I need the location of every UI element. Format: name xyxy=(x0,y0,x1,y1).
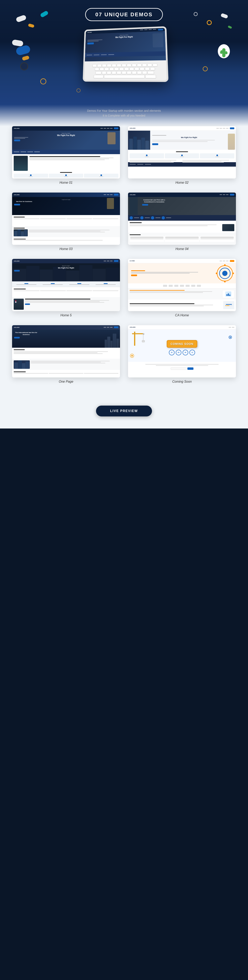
deco-shape-1 xyxy=(16,14,27,23)
demo-label-home03: Home 03 xyxy=(12,247,120,251)
tablet-screen: JUSLAWS Need Any Help? We Fight For Righ… xyxy=(85,28,166,62)
live-preview-button[interactable]: LIVE PREVIEW xyxy=(96,406,152,417)
demo-preview-comingsoon[interactable]: JUSLAWS xyxy=(128,325,236,377)
demo-item-home04[interactable]: JUSLAWS Commercial Law Firm wi xyxy=(128,192,236,251)
cactus-deco xyxy=(218,44,230,58)
deco-shape-4 xyxy=(12,39,24,47)
tagline-section: Demos For Your Startup with morden secti… xyxy=(0,105,248,126)
deco-shape-2 xyxy=(28,23,35,28)
demo-item-onepage[interactable]: JUSLAWS xyxy=(12,325,120,383)
demo-label-home02: Home 02 xyxy=(128,181,236,185)
deco-ring-1 xyxy=(207,20,212,25)
demo-label-onepage: One Page xyxy=(12,380,120,383)
demo-label-home01: Home 01 xyxy=(12,181,120,185)
demo-preview-cahome[interactable]: CA FIRM xyxy=(128,259,236,311)
demo-preview-home05[interactable]: JUSLAWS xyxy=(12,259,120,311)
tablet-mockup-area: JUSLAWS Need Any Help? We Fight For Righ… xyxy=(74,27,174,83)
demo-preview-home04[interactable]: JUSLAWS Commercial Law Firm wi xyxy=(128,192,236,245)
tagline-line2: It is Complete with all you Needed xyxy=(0,113,248,118)
demo-item-home05[interactable]: JUSLAWS xyxy=(12,259,120,317)
deco-ring-4 xyxy=(203,66,208,72)
demo-preview-onepage[interactable]: JUSLAWS xyxy=(12,325,120,377)
deco-shape-5 xyxy=(22,56,29,61)
live-preview-section: LIVE PREVIEW xyxy=(0,396,248,428)
deco-ring-5 xyxy=(77,88,80,92)
demo-label-cahome: CA Home xyxy=(128,313,236,317)
demos-badge: 07 UNIQUE DEMOS xyxy=(85,8,163,21)
tablet-keyboard xyxy=(84,60,167,81)
demo-preview-home02[interactable]: JUSLAWS xyxy=(128,126,236,178)
tagline-line1: Demos For Your Startup with morden secti… xyxy=(0,108,248,113)
demo-label-comingsoon: Coming Soon xyxy=(128,380,236,383)
demo-item-cahome[interactable]: CA FIRM xyxy=(128,259,236,317)
deco-shape-3 xyxy=(40,10,49,18)
main-content: JUSLAWS Need Any Help? We Fight For Righ… xyxy=(0,126,248,396)
tablet-mockup: JUSLAWS Need Any Help? We Fight For Righ… xyxy=(83,26,169,82)
demo-item-comingsoon[interactable]: JUSLAWS xyxy=(128,325,236,383)
demo-item-home02[interactable]: JUSLAWS xyxy=(128,126,236,185)
demo-preview-home01[interactable]: JUSLAWS Need Any Help? We Fight For Righ… xyxy=(12,126,120,178)
demo-label-home05: Home 5 xyxy=(12,313,120,317)
hero-section: 07 UNIQUE DEMOS JUSLAWS Need xyxy=(0,0,248,105)
demo-item-home01[interactable]: JUSLAWS Need Any Help? We Fight For Righ… xyxy=(12,126,120,185)
deco-ring-2 xyxy=(194,12,198,16)
demo-item-home03[interactable]: JUSLAWS Legal and Legal law firm for bus… xyxy=(12,192,120,251)
deco-shape-7 xyxy=(228,25,232,29)
demo-label-home04: Home 04 xyxy=(128,247,236,251)
deco-ring-3 xyxy=(40,78,46,84)
demos-grid: JUSLAWS Need Any Help? We Fight For Righ… xyxy=(12,126,236,383)
deco-dark-circle xyxy=(20,62,28,70)
demo-preview-home03[interactable]: JUSLAWS Legal and Legal law firm for bus… xyxy=(12,192,120,245)
deco-shape-6 xyxy=(221,13,228,19)
deco-blob xyxy=(15,45,31,56)
